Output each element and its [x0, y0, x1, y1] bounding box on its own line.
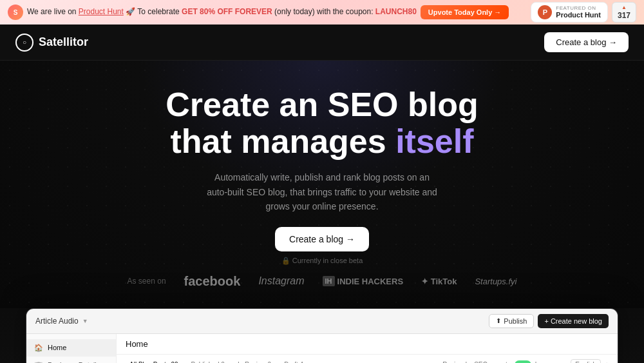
ph-link[interactable]: Product Hunt — [79, 7, 124, 16]
dash-dropdown-icon: ▼ — [82, 318, 88, 324]
dash-sidebar: 🏠 Home 🏢 Business Details 👥 Audience 📊 A… — [26, 334, 117, 363]
ph-featured-text: FEATURED ON — [556, 5, 601, 12]
sidebar-item-home[interactable]: 🏠 Home — [26, 339, 116, 357]
top-banner: S We are live on Product Hunt 🚀 To celeb… — [0, 0, 644, 25]
hero-heading: Create an SEO blog that manages itself — [13, 86, 631, 160]
publish-icon: ⬆ — [496, 317, 501, 324]
dash-main-header: Home — [117, 334, 618, 355]
logo: ○ Satellitor — [15, 34, 88, 52]
publish-button[interactable]: ⬆ Publish — [489, 314, 534, 328]
publish-label: Publish — [504, 317, 527, 325]
filter-all[interactable]: All Blog Posts 20 — [126, 359, 182, 363]
logo-text: Satellitor — [39, 35, 88, 49]
banner-discount-note: (only today) with the coupon: — [272, 7, 375, 16]
as-seen-label: As seen on — [128, 277, 166, 286]
business-icon: 🏢 — [34, 361, 43, 363]
dash-body: 🏠 Home 🏢 Business Details 👥 Audience 📊 A… — [26, 334, 618, 363]
ph-logo-icon: P — [538, 5, 552, 19]
sidebar-item-business[interactable]: 🏢 Business Details — [26, 357, 116, 363]
ph-badge-text: FEATURED ON Product Hunt — [556, 5, 601, 20]
banner-avatar: S — [8, 5, 23, 20]
hero-subtitle: Automatically write, publish and rank bl… — [206, 170, 438, 213]
nav-cta-label: Create a blog → — [556, 37, 617, 47]
sidebar-home-label: Home — [48, 344, 66, 351]
hero-line2-normal: that manages — [170, 123, 395, 160]
filter-in-review[interactable]: In Review 0 — [234, 359, 275, 363]
create-new-label: + Create new blog — [544, 317, 602, 325]
dash-filters: All Blog Posts 20 Published 0 In Review … — [117, 355, 618, 363]
dash-header-actions: ⬆ Publish + Create new blog — [489, 314, 609, 328]
brand-startups: Startups.fyi — [475, 277, 516, 286]
ph-badge: P FEATURED ON Product Hunt — [531, 2, 608, 23]
beta-note: 🔒 Currently in close beta — [13, 257, 631, 265]
banner-discount: GET 80% OFF FOREVER — [182, 7, 272, 16]
brand-tiktok: ✦ TikTok — [421, 277, 457, 286]
home-icon: 🏠 — [34, 344, 43, 352]
ih-box-icon: IH — [323, 276, 335, 286]
dashboard-preview: Article Audio ▼ ⬆ Publish + Create new b… — [0, 308, 644, 363]
hero-line2-em: itself — [395, 123, 473, 160]
banner-right: P FEATURED ON Product Hunt ▲ 317 — [531, 2, 636, 23]
dash-title-text: Article Audio — [35, 317, 79, 326]
brand-instagram: Instagram — [258, 275, 304, 287]
dashboard-card: Article Audio ▼ ⬆ Publish + Create new b… — [26, 308, 618, 363]
banner-text: We are live on Product Hunt 🚀 To celebra… — [27, 7, 417, 17]
banner-left: S We are live on Product Hunt 🚀 To celeb… — [8, 5, 523, 20]
filter-published[interactable]: Published 0 — [187, 359, 229, 363]
dash-main-title: Home — [126, 339, 148, 349]
upvote-label: Upvote Today Only → — [428, 8, 501, 16]
create-new-blog-button[interactable]: + Create new blog — [538, 314, 609, 328]
as-seen-row: As seen on facebook Instagram IH INDIE H… — [13, 265, 631, 295]
banner-coupon: LAUNCH80 — [375, 7, 417, 16]
ph-arrow-icon: ▲ — [621, 5, 627, 11]
dash-main: Home All Blog Posts 20 Published 0 In Re… — [117, 334, 618, 363]
hero-cta-label: Create a blog → — [289, 234, 355, 244]
filter-draft[interactable]: Draft 4 — [280, 359, 307, 363]
nav-cta-button[interactable]: Create a blog → — [544, 32, 629, 52]
ph-name-text: Product Hunt — [556, 11, 601, 19]
dash-header: Article Audio ▼ ⬆ Publish + Create new b… — [26, 309, 618, 334]
filter-toggle-group: Review by SEO experts Languages English … — [442, 359, 609, 363]
seo-toggle-switch[interactable] — [515, 360, 531, 363]
banner-main-text: We are live on — [27, 7, 79, 16]
brand-indiehackers: IH INDIE HACKERS — [323, 276, 404, 286]
navbar: ○ Satellitor Create a blog → — [0, 25, 644, 61]
logo-icon: ○ — [15, 34, 33, 52]
upvote-button[interactable]: Upvote Today Only → — [421, 5, 509, 19]
lang-dropdown[interactable]: English — [571, 359, 601, 363]
hero-line1: Create an SEO blog — [166, 86, 478, 123]
brand-facebook: facebook — [184, 274, 241, 289]
ph-count-badge: ▲ 317 — [612, 2, 636, 23]
banner-celebrate: 🚀 To celebrate — [124, 7, 182, 16]
dash-header-title: Article Audio ▼ — [35, 317, 88, 326]
hero-cta-button[interactable]: Create a blog → — [275, 227, 369, 251]
hero-section: Create an SEO blog that manages itself A… — [0, 61, 644, 308]
ph-count-number: 317 — [618, 11, 630, 20]
